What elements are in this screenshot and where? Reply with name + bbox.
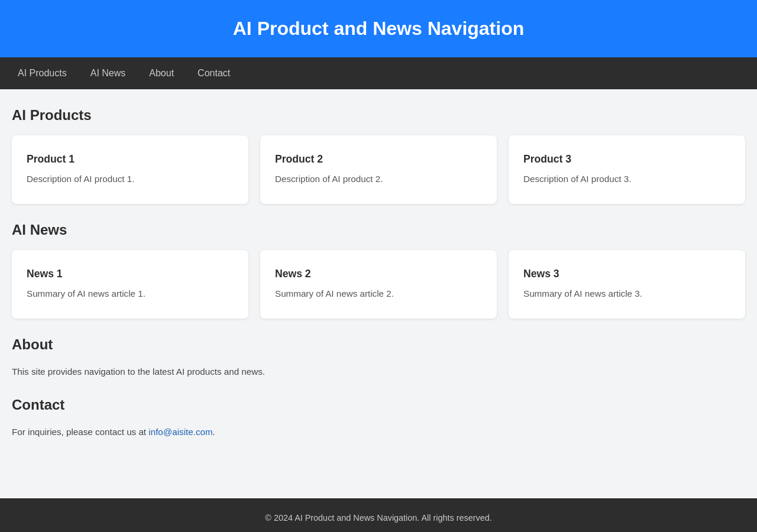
site-title: AI Product and News Navigation [12, 18, 745, 40]
footer-text: © 2024 AI Product and News Navigation. A… [12, 513, 745, 523]
contact-section: Contact For inquiries, please contact us… [12, 397, 745, 439]
contact-text: For inquiries, please contact us at info… [12, 425, 745, 439]
news-grid: News 1 Summary of AI news article 1. New… [12, 250, 745, 319]
product-1-title: Product 1 [27, 153, 234, 166]
about-heading: About [12, 336, 745, 353]
main-nav: AI Products AI News About Contact [0, 57, 757, 89]
product-2-title: Product 2 [275, 153, 482, 166]
nav-ai-products[interactable]: AI Products [6, 57, 79, 89]
product-card-2: Product 2 Description of AI product 2. [260, 135, 497, 204]
news-1-title: News 1 [27, 268, 234, 280]
product-3-title: Product 3 [523, 153, 730, 166]
news-card-2: News 2 Summary of AI news article 2. [260, 250, 497, 319]
products-heading: AI Products [12, 107, 745, 124]
site-footer: © 2024 AI Product and News Navigation. A… [0, 498, 757, 532]
about-text: This site provides navigation to the lat… [12, 365, 745, 379]
product-1-description: Description of AI product 1. [27, 173, 234, 186]
news-3-description: Summary of AI news article 3. [523, 287, 730, 301]
contact-suffix: . [213, 427, 215, 437]
product-card-1: Product 1 Description of AI product 1. [12, 135, 248, 204]
products-grid: Product 1 Description of AI product 1. P… [12, 135, 745, 204]
news-card-3: News 3 Summary of AI news article 3. [509, 250, 745, 319]
contact-email-link[interactable]: info@aisite.com [148, 427, 212, 437]
news-3-title: News 3 [523, 268, 730, 280]
contact-prefix: For inquiries, please contact us at [12, 427, 148, 437]
news-2-description: Summary of AI news article 2. [275, 287, 482, 301]
product-3-description: Description of AI product 3. [523, 173, 730, 186]
about-section: About This site provides navigation to t… [12, 336, 745, 379]
contact-heading: Contact [12, 397, 745, 413]
product-2-description: Description of AI product 2. [275, 173, 482, 186]
site-header: AI Product and News Navigation [0, 0, 757, 57]
news-1-description: Summary of AI news article 1. [27, 287, 234, 301]
nav-about[interactable]: About [137, 57, 186, 89]
products-section: AI Products Product 1 Description of AI … [12, 107, 745, 204]
news-2-title: News 2 [275, 268, 482, 280]
main-content: AI Products Product 1 Description of AI … [0, 89, 757, 475]
nav-ai-news[interactable]: AI News [79, 57, 138, 89]
nav-contact[interactable]: Contact [186, 57, 242, 89]
product-card-3: Product 3 Description of AI product 3. [509, 135, 745, 204]
news-heading: AI News [12, 222, 745, 238]
news-card-1: News 1 Summary of AI news article 1. [12, 250, 248, 319]
news-section: AI News News 1 Summary of AI news articl… [12, 222, 745, 319]
